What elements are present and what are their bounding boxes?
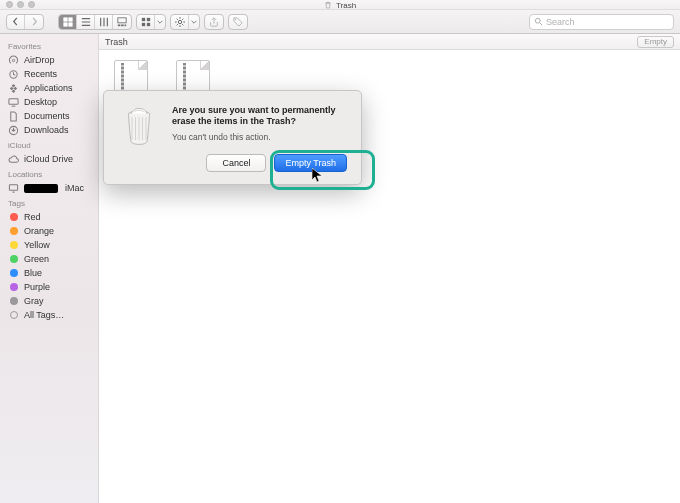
- empty-trash-toolbar-button[interactable]: Empty: [637, 36, 674, 48]
- sidebar-item-airdrop[interactable]: AirDrop: [0, 53, 98, 67]
- svg-rect-7: [125, 24, 127, 26]
- apps-icon: [8, 83, 19, 94]
- redacted-label: [24, 184, 58, 193]
- window-titlebar: Trash: [0, 0, 680, 10]
- share-icon: [205, 15, 223, 29]
- recents-icon: [8, 69, 19, 80]
- trash-large-icon: [118, 105, 160, 147]
- tag-all[interactable]: All Tags…: [0, 308, 98, 322]
- tag-dot-icon: [10, 283, 18, 291]
- search-field[interactable]: [529, 14, 674, 30]
- chevron-down-icon: [155, 15, 165, 29]
- group-by-menu[interactable]: [136, 14, 166, 30]
- svg-rect-10: [141, 22, 144, 25]
- tags-button[interactable]: [228, 14, 248, 30]
- tag-yellow[interactable]: Yellow: [0, 238, 98, 252]
- sidebar-item-downloads[interactable]: Downloads: [0, 123, 98, 137]
- tag-green[interactable]: Green: [0, 252, 98, 266]
- sidebar-section-tags: Tags: [0, 195, 98, 210]
- tag-dot-icon: [10, 297, 18, 305]
- svg-rect-3: [68, 22, 71, 25]
- downloads-icon: [8, 125, 19, 136]
- sidebar-item-computer[interactable]: iMac: [0, 181, 98, 195]
- svg-point-12: [178, 20, 181, 23]
- sidebar-item-desktop[interactable]: Desktop: [0, 95, 98, 109]
- tag-dot-icon: [10, 213, 18, 221]
- path-bar: Trash Empty: [99, 34, 680, 50]
- view-switcher: [58, 14, 132, 30]
- desktop-icon: [8, 97, 19, 108]
- svg-rect-9: [146, 17, 149, 20]
- close-window-button[interactable]: [6, 1, 13, 8]
- empty-trash-button[interactable]: Empty Trash: [274, 154, 347, 172]
- svg-rect-0: [63, 17, 66, 20]
- forward-button[interactable]: [25, 15, 43, 29]
- tag-red[interactable]: Red: [0, 210, 98, 224]
- tag-gray[interactable]: Gray: [0, 294, 98, 308]
- trash-icon: [324, 1, 332, 9]
- sidebar-item-documents[interactable]: Documents: [0, 109, 98, 123]
- tag-icon: [229, 15, 247, 29]
- gallery-view-button[interactable]: [113, 15, 131, 29]
- sidebar: Favorites AirDrop Recents Applications D…: [0, 34, 99, 503]
- window-title: Trash: [336, 1, 356, 10]
- toolbar: [0, 10, 680, 34]
- nav-back-forward: [6, 14, 44, 30]
- tag-purple[interactable]: Purple: [0, 280, 98, 294]
- tag-dot-icon: [10, 227, 18, 235]
- svg-rect-8: [141, 17, 144, 20]
- tag-dot-icon: [10, 241, 18, 249]
- sidebar-item-icloud-drive[interactable]: iCloud Drive: [0, 152, 98, 166]
- all-tags-icon: [10, 311, 18, 319]
- icloud-icon: [8, 154, 19, 165]
- svg-rect-11: [146, 22, 149, 25]
- cancel-button[interactable]: Cancel: [206, 154, 266, 172]
- svg-rect-4: [118, 17, 126, 22]
- svg-rect-1: [68, 17, 71, 20]
- svg-point-14: [535, 18, 540, 23]
- search-input[interactable]: [546, 17, 669, 27]
- column-view-button[interactable]: [95, 15, 113, 29]
- sidebar-section-icloud: iCloud: [0, 137, 98, 152]
- traffic-lights: [0, 1, 35, 8]
- icon-view-button[interactable]: [59, 15, 77, 29]
- search-icon: [534, 17, 543, 26]
- minimize-window-button[interactable]: [17, 1, 24, 8]
- tag-dot-icon: [10, 269, 18, 277]
- airdrop-icon: [8, 55, 19, 66]
- sidebar-section-locations: Locations: [0, 166, 98, 181]
- sidebar-item-recents[interactable]: Recents: [0, 67, 98, 81]
- empty-trash-dialog: Are you sure you want to permanently era…: [103, 90, 362, 185]
- tag-blue[interactable]: Blue: [0, 266, 98, 280]
- gear-icon: [171, 15, 189, 29]
- dialog-subtitle: You can't undo this action.: [172, 132, 347, 142]
- sidebar-item-applications[interactable]: Applications: [0, 81, 98, 95]
- action-menu[interactable]: [170, 14, 200, 30]
- svg-rect-6: [121, 24, 124, 26]
- tag-orange[interactable]: Orange: [0, 224, 98, 238]
- location-label: Trash: [105, 37, 128, 47]
- computer-icon: [8, 183, 19, 194]
- svg-point-15: [12, 59, 14, 61]
- svg-rect-19: [9, 184, 17, 190]
- documents-icon: [8, 111, 19, 122]
- sidebar-section-favorites: Favorites: [0, 38, 98, 53]
- svg-rect-5: [118, 24, 121, 26]
- dialog-title: Are you sure you want to permanently era…: [172, 105, 347, 128]
- tag-dot-icon: [10, 255, 18, 263]
- svg-point-13: [235, 18, 236, 19]
- chevron-down-icon: [189, 15, 199, 29]
- zoom-window-button[interactable]: [28, 1, 35, 8]
- list-view-button[interactable]: [77, 15, 95, 29]
- svg-rect-2: [63, 22, 66, 25]
- svg-rect-17: [9, 98, 18, 104]
- share-button[interactable]: [204, 14, 224, 30]
- back-button[interactable]: [7, 15, 25, 29]
